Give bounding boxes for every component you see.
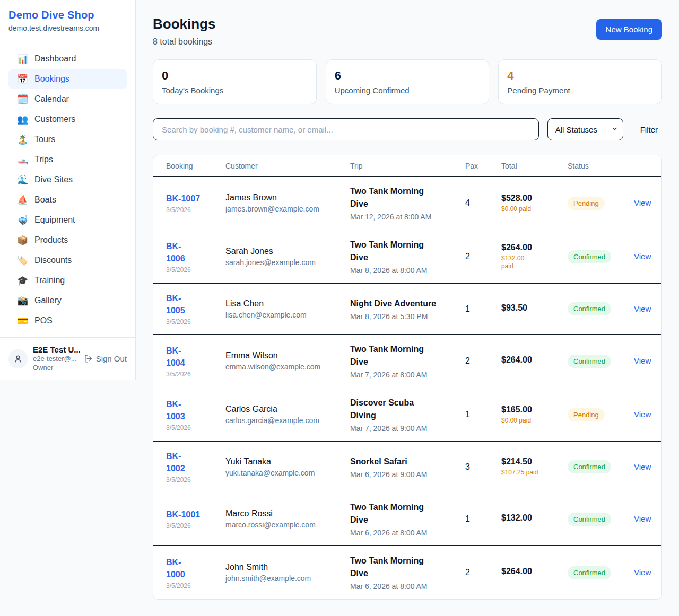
trip-name: Two Tank Morning Dive [350,239,457,264]
sidebar-item-dive-sites[interactable]: 🌊 Dive Sites [8,170,127,190]
pax-count: 1 [465,514,470,523]
view-link[interactable]: View [634,462,651,471]
stat-value: 4 [507,69,653,83]
sidebar-item-trips[interactable]: 🛥️ Trips [8,149,127,170]
stat-value: 0 [162,69,308,83]
view-link[interactable]: View [634,198,651,207]
customer-name: Lisa Chen [225,299,342,309]
sidebar-item-calendar[interactable]: 🗓️ Calendar [8,89,127,109]
view-link[interactable]: View [634,252,651,261]
stat-label: Pending Payment [507,86,653,95]
sidebar-item-dashboard[interactable]: 📊 Dashboard [8,49,127,69]
bookings-table-card: Booking Customer Trip Pax Total Status B… [153,155,662,600]
sidebar-item-label: Customers [34,115,75,124]
table-row: BK- 1005 3/5/2026 Lisa Chen lisa.chen@ex… [153,284,662,335]
sidebar-item-boats[interactable]: ⛵ Boats [8,190,127,210]
booking-date: 3/5/2026 [166,424,217,432]
total-amount: $214.50 [501,457,559,467]
trip-datetime: Mar 6, 2026 at 8:00 AM [350,529,457,537]
sidebar-item-bookings[interactable]: 📅 Bookings [8,69,127,89]
total-amount: $132.00 [501,513,559,523]
sidebar-item-tours[interactable]: 🏝️ Tours [8,129,127,149]
view-link[interactable]: View [634,304,651,313]
stat-card-todays-bookings: 0 Today's Bookings [153,59,317,104]
col-header-pax: Pax [465,155,501,177]
trip-datetime: Mar 8, 2026 at 5:30 PM [350,312,457,321]
sidebar-item-label: Calendar [34,94,69,104]
table-row: BK- 1000 3/5/2026 John Smith john.smith@… [153,546,662,600]
table-row: BK-1001 3/5/2026 Marco Rossi marco.rossi… [153,492,662,546]
sidebar-item-label: Discounts [34,256,72,265]
table-row: BK- 1002 3/5/2026 Yuki Tanaka yuki.tanak… [153,442,662,492]
trip-datetime: Mar 7, 2026 at 9:00 AM [350,424,457,433]
booking-date: 3/5/2026 [166,206,217,214]
sidebar-nav: 📊 Dashboard 📅 Bookings 🗓️ Calendar 👥 Cus… [0,42,135,337]
customer-email: john.smith@example.com [225,574,342,583]
booking-number-link[interactable]: BK- 1005 [166,292,185,316]
view-link[interactable]: View [634,514,651,523]
status-badge: Confirmed [568,302,611,315]
pax-count: 2 [465,568,470,577]
view-link[interactable]: View [634,410,651,419]
package-icon: 📦 [17,236,28,245]
search-input[interactable] [153,118,539,140]
table-row: BK- 1004 3/5/2026 Emma Wilson emma.wilso… [153,335,662,388]
user-email: e2e-tester@... [33,354,79,363]
booking-number-link[interactable]: BK- 1004 [166,345,185,369]
stat-value: 6 [335,69,481,83]
sidebar-item-training[interactable]: 🎓 Training [8,270,127,291]
sidebar-item-label: Products [34,235,68,245]
sidebar-item-pos[interactable]: 💳 POS [8,311,127,331]
booking-number-link[interactable]: BK-1007 [166,192,200,205]
sidebar-item-label: Tours [34,135,55,144]
trip-datetime: Mar 7, 2026 at 8:00 AM [350,371,457,379]
sidebar-item-equipment[interactable]: 🤿 Equipment [8,210,127,230]
page-header: Bookings 8 total bookings New Booking [153,16,662,47]
status-badge: Confirmed [568,566,611,579]
sign-out-button[interactable]: Sign Out [84,354,127,363]
paid-amount: $107.25 paid [501,469,559,477]
table-row: BK-1007 3/5/2026 James Brown james.brown… [153,177,662,230]
trip-datetime: Mar 6, 2026 at 9:00 AM [350,470,457,479]
pax-count: 3 [465,462,470,471]
booking-number-link[interactable]: BK- 1002 [166,450,185,474]
customer-email: emma.wilson@example.com [225,363,342,371]
col-header-actions [634,155,662,177]
trip-datetime: Mar 6, 2026 at 8:00 AM [350,582,457,591]
total-amount: $165.00 [501,405,559,415]
total-amount: $264.00 [501,355,559,365]
trip-name: Two Tank Morning Dive [350,343,457,368]
total-amount: $528.00 [501,193,559,203]
sidebar-item-label: Trips [34,155,53,164]
wave-icon: 🌊 [17,175,28,184]
col-header-status: Status [568,155,634,177]
booking-number-link[interactable]: BK- 1000 [166,556,185,580]
filter-button[interactable]: Filter [640,125,658,134]
booking-date: 3/5/2026 [166,582,217,589]
sidebar-item-discounts[interactable]: 🏷️ Discounts [8,250,127,270]
pax-count: 2 [465,356,470,365]
stat-label: Today's Bookings [162,86,308,95]
booking-number-link[interactable]: BK- 1006 [166,240,185,265]
total-amount: $93.50 [501,303,559,313]
sign-out-label: Sign Out [96,354,127,363]
total-amount: $264.00 [501,567,559,576]
sidebar-item-gallery[interactable]: 📸 Gallery [8,291,127,311]
status-filter-select[interactable]: All Statuses [547,118,623,140]
new-booking-button[interactable]: New Booking [596,19,662,40]
sidebar-item-customers[interactable]: 👥 Customers [8,109,127,129]
pax-count: 1 [465,304,470,313]
booking-number-link[interactable]: BK-1001 [166,508,200,521]
booking-number-link[interactable]: BK- 1003 [166,398,185,423]
stat-label: Upcoming Confirmed [335,86,481,95]
view-link[interactable]: View [634,356,651,365]
booking-date: 3/5/2026 [166,266,217,274]
view-link[interactable]: View [634,568,651,577]
sidebar-item-products[interactable]: 📦 Products [8,230,127,250]
main-content: Bookings 8 total bookings New Booking 0 … [136,0,679,615]
customer-email: yuki.tanaka@example.com [225,469,342,477]
booking-date: 3/5/2026 [166,522,217,530]
bookings-table: Booking Customer Trip Pax Total Status B… [153,155,662,599]
page-title: Bookings [153,16,215,32]
pax-count: 2 [465,252,470,261]
